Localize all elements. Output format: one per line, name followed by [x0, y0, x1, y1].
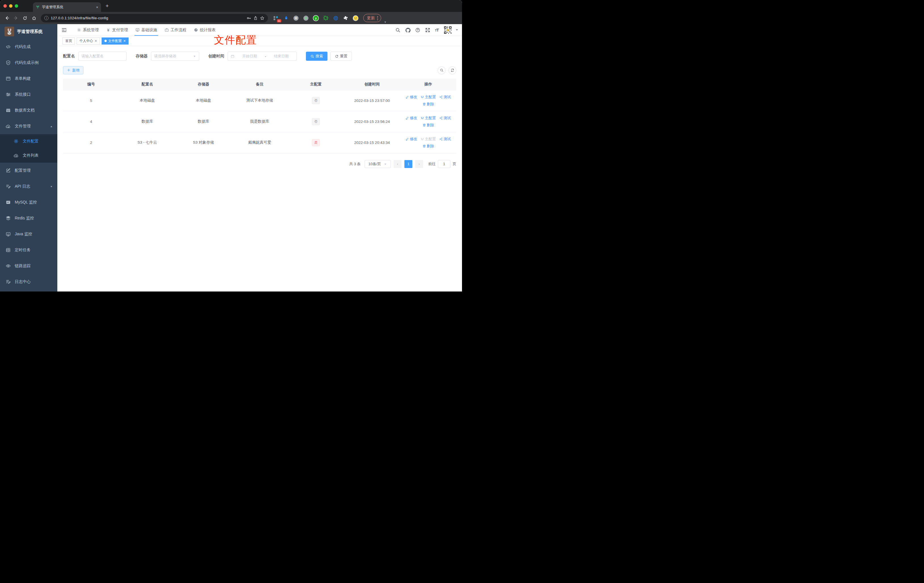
- avatar-caret-icon[interactable]: [456, 29, 458, 31]
- topnav-item-workflow[interactable]: 工作流程: [161, 24, 190, 36]
- sidebar-item-file-config[interactable]: 文件配置: [0, 134, 57, 149]
- maximize-window-button[interactable]: [15, 4, 18, 8]
- avatar[interactable]: [444, 26, 452, 34]
- extension-emoji-icon[interactable]: [353, 15, 359, 21]
- minimize-window-button[interactable]: [9, 4, 13, 8]
- extension-y-icon[interactable]: y: [313, 15, 319, 21]
- search-icon[interactable]: [395, 28, 401, 33]
- tag-file-config[interactable]: 文件配置 ✕: [102, 38, 129, 45]
- github-icon[interactable]: [405, 28, 410, 33]
- tag-profile[interactable]: 个人中心 ✕: [77, 38, 100, 45]
- fullscreen-icon[interactable]: [425, 28, 430, 33]
- back-icon[interactable]: [3, 14, 11, 22]
- timer-icon: [6, 248, 11, 253]
- edit-square-icon: [6, 168, 11, 173]
- font-size-icon[interactable]: TT: [435, 28, 439, 32]
- topnav-item-system[interactable]: 系统管理: [73, 24, 102, 36]
- new-tab-button[interactable]: +: [106, 3, 109, 9]
- test-link[interactable]: 测试: [439, 116, 451, 121]
- address-bar[interactable]: i 127.0.0.1:1024/infra/file/file-config: [41, 14, 268, 22]
- cell-remark: 我是数据库: [231, 111, 288, 132]
- password-key-icon[interactable]: [247, 16, 251, 20]
- share-nodes-icon: [439, 137, 443, 141]
- close-window-button[interactable]: [3, 4, 7, 8]
- tab-close-icon[interactable]: ×: [96, 5, 98, 9]
- extension-badge: 11: [277, 19, 281, 22]
- browser-menu-icon[interactable]: [377, 16, 378, 20]
- current-page-button[interactable]: 1: [404, 160, 412, 168]
- goto-page-input[interactable]: 1: [438, 160, 450, 168]
- edit-link[interactable]: 修改: [406, 137, 417, 142]
- config-name-input[interactable]: 请输入配置名: [78, 52, 127, 61]
- date-range-input[interactable]: 开始日期 - 结束日期: [228, 52, 297, 61]
- extension-tabs-icon[interactable]: 11: [273, 15, 279, 21]
- delete-link[interactable]: 删除: [422, 144, 434, 149]
- share-icon[interactable]: [253, 16, 258, 20]
- tag-label: 首页: [65, 39, 72, 43]
- reset-button[interactable]: 重置: [330, 52, 352, 61]
- test-link[interactable]: 测试: [439, 94, 451, 100]
- toggle-search-button[interactable]: [437, 66, 446, 74]
- extension-drop-icon[interactable]: [283, 15, 289, 21]
- edit-link[interactable]: 修改: [406, 116, 417, 121]
- next-page-button[interactable]: ›: [415, 160, 423, 168]
- topnav-item-infrastructure[interactable]: 基础设施: [132, 24, 161, 36]
- sidebar-logo[interactable]: 🐰 芋道管理系统: [0, 24, 57, 39]
- extension-command-icon[interactable]: ⌘: [293, 15, 299, 21]
- master-config-link[interactable]: 主配置: [421, 94, 436, 100]
- search-button[interactable]: 搜索: [306, 52, 327, 61]
- extension-star-icon[interactable]: [323, 15, 329, 21]
- sidebar-item-system-api[interactable]: 系统接口: [0, 87, 57, 102]
- add-button[interactable]: 新增: [63, 66, 83, 74]
- extension-puzzle-icon[interactable]: [343, 15, 349, 21]
- sidebar-item-trace[interactable]: 链路追踪: [0, 258, 57, 274]
- sidebar-item-file-list[interactable]: 文件列表: [0, 149, 57, 163]
- sidebar-item-file-management[interactable]: 文件管理 ▲: [0, 118, 57, 134]
- sidebar-item-log-center[interactable]: 日志中心: [0, 274, 57, 290]
- browser-tab[interactable]: 芋道管理系统 ×: [33, 2, 101, 12]
- master-config-link[interactable]: 主配置: [421, 137, 436, 142]
- sidebar-item-form-builder[interactable]: 表单构建: [0, 71, 57, 87]
- sidebar-item-label: 代码生成: [15, 44, 31, 50]
- chevron-down-icon: ▼: [193, 55, 196, 57]
- extension-eye-icon[interactable]: [333, 15, 339, 21]
- extension-record-icon[interactable]: [303, 15, 309, 21]
- sidebar-item-mysql-monitor[interactable]: MySQL 监控: [0, 195, 57, 210]
- top-navbar: 系统管理 ¥ 支付管理 基础设施 工作流程: [57, 24, 462, 36]
- topnav-item-payment[interactable]: ¥ 支付管理: [102, 24, 132, 36]
- sidebar-item-label: 数据库文档: [15, 108, 35, 113]
- sidebar-item-redis-monitor[interactable]: Redis 监控: [0, 210, 57, 226]
- sidebar-item-label: 代码生成示例: [15, 60, 39, 65]
- sidebar-collapse-icon[interactable]: [61, 27, 67, 33]
- magnet-icon: [421, 137, 424, 141]
- tag-close-icon[interactable]: ✕: [123, 39, 126, 43]
- sidebar-item-code-example[interactable]: 代码生成示例: [0, 55, 57, 71]
- site-info-icon[interactable]: i: [44, 16, 48, 20]
- delete-link[interactable]: 删除: [422, 102, 434, 107]
- master-config-link[interactable]: 主配置: [421, 116, 436, 121]
- test-link[interactable]: 测试: [439, 137, 451, 142]
- edit-link[interactable]: 修改: [406, 94, 417, 100]
- cell-created: 2022-03-15 23:57:00: [344, 90, 400, 111]
- bookmark-star-icon[interactable]: [260, 16, 264, 20]
- forward-icon[interactable]: [12, 14, 20, 22]
- url-text[interactable]: 127.0.0.1:1024/infra/file/file-config: [51, 16, 244, 20]
- trash-icon: [422, 144, 426, 148]
- browser-update-button[interactable]: 更新: [363, 14, 381, 22]
- sidebar-item-config-management[interactable]: 配置管理: [0, 163, 57, 178]
- reload-icon[interactable]: [21, 14, 29, 22]
- sidebar-item-code-gen[interactable]: 代码生成: [0, 39, 57, 55]
- storage-select[interactable]: 请选择存储器 ▼: [151, 52, 199, 61]
- prev-page-button[interactable]: ‹: [394, 160, 401, 168]
- page-size-select[interactable]: 10条/页 ▼: [365, 160, 391, 168]
- help-icon[interactable]: [415, 28, 420, 33]
- tag-home[interactable]: 首页: [63, 38, 75, 45]
- sidebar-item-java-monitor[interactable]: Java 监控: [0, 226, 57, 242]
- sidebar-item-api-log[interactable]: API 日志 ▼: [0, 178, 57, 195]
- home-icon[interactable]: [30, 14, 38, 22]
- tag-close-icon[interactable]: ✕: [94, 39, 97, 43]
- sidebar-item-cron-job[interactable]: 定时任务: [0, 242, 57, 258]
- sidebar-item-db-doc[interactable]: 数据库文档: [0, 102, 57, 118]
- refresh-table-button[interactable]: [449, 66, 456, 74]
- delete-link[interactable]: 删除: [422, 122, 434, 128]
